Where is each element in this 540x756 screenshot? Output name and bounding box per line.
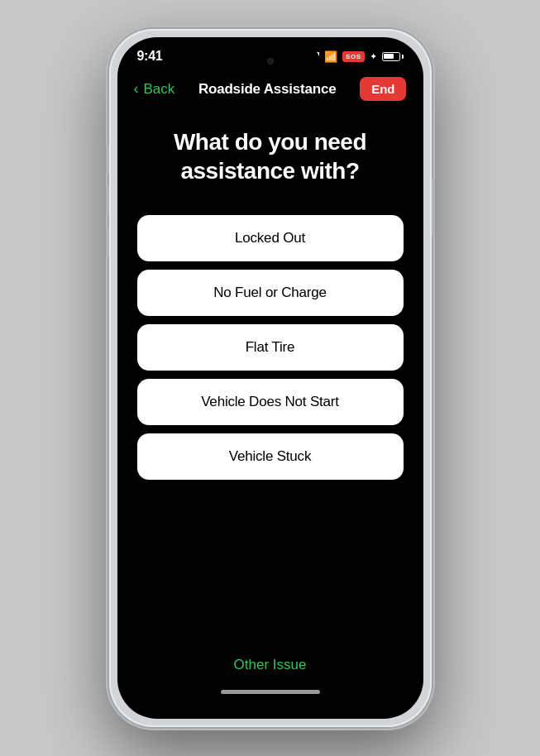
status-icons: 📶 SOS ✦ (307, 50, 403, 63)
main-content: What do you need assistance with? Locked… (117, 111, 423, 637)
navigation-bar: ‹ Back Roadside Assistance End (117, 70, 423, 111)
end-button[interactable]: End (360, 77, 406, 101)
option-btn-no-start[interactable]: Vehicle Does Not Start (137, 379, 404, 425)
footer: Other Issue (117, 637, 423, 719)
back-button[interactable]: ‹ Back (134, 80, 175, 98)
wifi-icon: 📶 (324, 50, 337, 63)
dynamic-island (221, 47, 320, 75)
options-list: Locked OutNo Fuel or ChargeFlat TireVehi… (137, 215, 404, 480)
phone-screen: 9:41 📶 SOS ✦ (117, 37, 423, 719)
home-indicator (221, 690, 320, 694)
satellite-icon: ✦ (370, 51, 377, 62)
back-chevron-icon: ‹ (134, 80, 139, 98)
sos-badge: SOS (342, 51, 364, 62)
option-btn-flat-tire[interactable]: Flat Tire (137, 324, 404, 371)
battery-body (382, 52, 400, 61)
other-issue-link[interactable]: Other Issue (234, 657, 307, 673)
status-time: 9:41 (137, 49, 163, 64)
phone-frame: 9:41 📶 SOS ✦ (109, 29, 432, 727)
option-btn-locked-out[interactable]: Locked Out (137, 215, 404, 261)
option-btn-stuck[interactable]: Vehicle Stuck (137, 433, 404, 480)
question-heading: What do you need assistance with? (137, 127, 404, 185)
nav-title: Roadside Assistance (198, 81, 337, 98)
status-bar: 9:41 📶 SOS ✦ (117, 37, 423, 70)
option-btn-no-fuel[interactable]: No Fuel or Charge (137, 270, 404, 316)
back-label: Back (144, 81, 175, 98)
battery-tip (402, 55, 404, 59)
battery-fill (384, 54, 394, 59)
battery-icon (382, 52, 404, 61)
camera-dot (267, 58, 274, 65)
